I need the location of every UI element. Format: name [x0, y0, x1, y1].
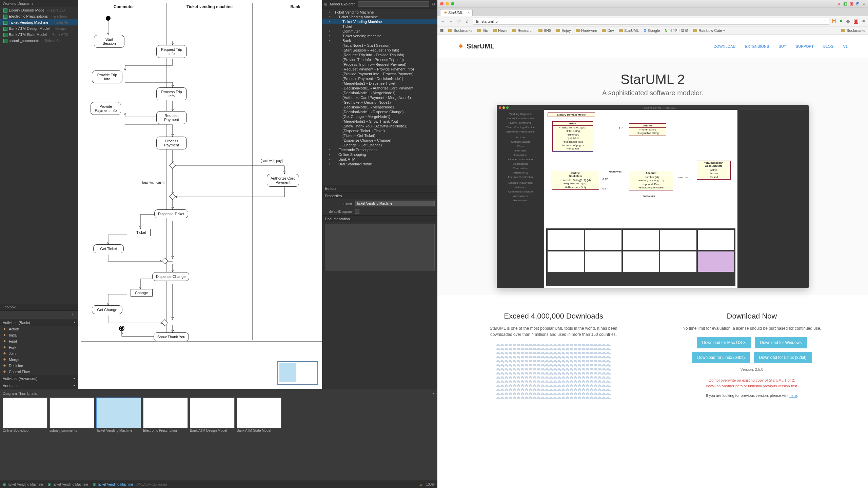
- minimize-icon[interactable]: [446, 2, 449, 5]
- tree-item[interactable]: (Authorize Card Payment→MergeNode1): [322, 95, 437, 100]
- ext-icon[interactable]: ▣: [850, 1, 853, 6]
- node-dispense-ticket[interactable]: Dispense Ticket: [154, 209, 188, 218]
- toolbox-item[interactable]: Join: [0, 350, 78, 357]
- tree-item[interactable]: (InitialNode1→Start Session): [322, 43, 437, 48]
- tree-item[interactable]: Bank: [322, 38, 437, 43]
- tree-item[interactable]: (Dispense Ticket→Ticket): [322, 128, 437, 133]
- tree-item[interactable]: Ticket Vending Machine: [322, 10, 437, 15]
- tree-item[interactable]: (DecisionNode1→Authorize Card Payment): [322, 86, 437, 90]
- working-diagram-item[interactable]: Bank ATM State Model— Bank ATM: [0, 32, 78, 38]
- decision-node-1[interactable]: [169, 162, 176, 169]
- diagram-thumbnail[interactable]: Bank ATM Design Model: [190, 398, 235, 433]
- bookmark-item[interactable]: GGoogle: [644, 28, 660, 33]
- bookmark-item[interactable]: News: [493, 28, 508, 33]
- working-diagram-item[interactable]: submit_comments— Submit Co: [0, 38, 78, 44]
- bookmark-item[interactable]: Research: [512, 28, 533, 33]
- bookmark-item[interactable]: StarUML: [619, 28, 639, 33]
- node-request-trip-info[interactable]: Request Trip Info: [156, 45, 187, 58]
- nav-link[interactable]: EXTENSIONS: [745, 44, 769, 48]
- maximize-icon[interactable]: [451, 2, 454, 5]
- node-get-change[interactable]: Get Change: [92, 305, 122, 314]
- node-dispense-change[interactable]: Dispense Change: [152, 272, 189, 281]
- tree-item[interactable]: Ticket: [322, 24, 437, 29]
- diagram-thumbnail[interactable]: Bank ATM State Model: [237, 398, 281, 433]
- tree-item[interactable]: (Request Payment→Provide Payment Info): [322, 67, 437, 72]
- tree-item[interactable]: UMLStandardProfile: [322, 162, 437, 166]
- nav-link[interactable]: BUY: [778, 44, 786, 48]
- tree-item[interactable]: Online Shopping: [322, 152, 437, 157]
- prop-name-input[interactable]: [355, 201, 435, 206]
- bookmark-item[interactable]: Etc: [477, 28, 488, 33]
- download-button[interactable]: Download for Linux (64bit): [692, 352, 750, 363]
- url-input[interactable]: 🗎 staruml.io ☆: [473, 18, 829, 25]
- toolbox-item[interactable]: Merge: [0, 357, 78, 363]
- toolbox-item[interactable]: Fork: [0, 344, 78, 350]
- statusbar-tab[interactable]: ▣Ticket Vending Machine: UMLActivityDiag…: [93, 483, 167, 486]
- nav-link[interactable]: DOWNLOAD: [714, 44, 736, 48]
- diagram-thumbnail[interactable]: Online Bookshop: [3, 398, 47, 433]
- node-process-payment[interactable]: Process Payment: [156, 137, 187, 149]
- working-diagram-item[interactable]: Ticket Vending Machine— Ticket Ve: [0, 19, 78, 25]
- documentation-section[interactable]: Documentation: [322, 215, 437, 222]
- bookmark-item[interactable]: Dev: [602, 28, 614, 33]
- tree-item[interactable]: Bank ATM: [322, 157, 437, 162]
- bookmark-item[interactable]: N네이버 블로: [665, 28, 688, 33]
- tree-item[interactable]: (Get Change→MergeNode1): [322, 114, 437, 119]
- minimap[interactable]: [277, 361, 318, 385]
- download-button[interactable]: Download for Linux (32bit): [754, 352, 812, 363]
- diagram-canvas[interactable]: Commuter Ticket vending machine Bank: [78, 0, 322, 389]
- tree-item[interactable]: (Get Ticket→DecisionNode1): [322, 100, 437, 105]
- working-diagram-item[interactable]: Bank ATM Design Model— Design: [0, 25, 78, 32]
- toolbox-section[interactable]: Activities (Basic)▾: [0, 319, 78, 326]
- bookmarks-menu[interactable]: Bookmarks: [841, 28, 865, 33]
- merge-node-2[interactable]: [161, 319, 168, 326]
- close-icon[interactable]: [440, 2, 443, 5]
- merge-node-1[interactable]: [169, 193, 176, 200]
- working-diagram-item[interactable]: Library Domain Model— Library D: [0, 7, 78, 13]
- apps-icon[interactable]: ▦: [440, 28, 443, 33]
- home-icon[interactable]: ⌂: [465, 19, 470, 24]
- tree-item[interactable]: (Dispense Change→Change): [322, 138, 437, 143]
- properties-section[interactable]: Properties: [322, 192, 437, 199]
- close-icon[interactable]: ×: [433, 391, 435, 395]
- bookmark-item[interactable]: Rainbow Cute ~: [693, 28, 725, 33]
- restore-icon[interactable]: ⊞: [324, 2, 327, 6]
- tree-item[interactable]: (MergeNode1→Dispense Ticket): [322, 81, 437, 86]
- node-start-session[interactable]: Start Session: [94, 35, 124, 48]
- prop-defaultdiagram-checkbox[interactable]: [355, 209, 359, 214]
- tree-item[interactable]: (Process Trip Info→Request Payment): [322, 62, 437, 67]
- statusbar-tab[interactable]: ▣Ticket Vending Machine: [3, 483, 43, 486]
- browser-tab[interactable]: ★ StarUML ×: [440, 9, 473, 16]
- model-explorer-search[interactable]: [358, 1, 429, 7]
- nav-link[interactable]: SUPPORT: [796, 44, 814, 48]
- final-node[interactable]: [119, 326, 124, 331]
- bookmark-item[interactable]: SNS: [538, 28, 552, 33]
- tree-item[interactable]: (Request Trip Info→Provide Trip Info): [322, 53, 437, 57]
- node-request-payment[interactable]: Request Payment: [156, 111, 187, 124]
- toolbox-item[interactable]: Initial: [0, 332, 78, 338]
- working-diagram-item[interactable]: Electronic Prescriptions— Electroni: [0, 13, 78, 19]
- toolbox-item[interactable]: Final: [0, 338, 78, 344]
- here-link[interactable]: here: [789, 393, 797, 398]
- diagram-thumbnail[interactable]: Ticket Vending Machine: [96, 398, 141, 433]
- ext-icon[interactable]: ◆: [846, 18, 850, 24]
- ext-icon[interactable]: H: [832, 18, 836, 24]
- tree-item[interactable]: (DecisionNode1→Dispense Change): [322, 109, 437, 114]
- node-process-trip-info[interactable]: Process Trip Info: [156, 87, 187, 100]
- ext-icon[interactable]: ⛨: [856, 1, 860, 6]
- ext-icon[interactable]: ●: [862, 18, 865, 24]
- toolbox-item[interactable]: Decision: [0, 363, 78, 369]
- forward-icon[interactable]: →: [448, 19, 454, 24]
- toolbox-item[interactable]: Control Flow: [0, 369, 78, 375]
- reload-icon[interactable]: ⟳: [456, 19, 462, 24]
- documentation-textarea[interactable]: [325, 224, 435, 271]
- statusbar-tab[interactable]: ▣Ticket Vending Machine: [48, 483, 88, 486]
- tree-item[interactable]: (Show Thank You→ActivityFinalNode1): [322, 124, 437, 128]
- node-show-thank-you[interactable]: Show Thank You: [154, 332, 189, 341]
- toolbox-cursor-row[interactable]: ↖: [0, 311, 78, 319]
- tree-item[interactable]: Ticket vending machine: [322, 34, 437, 38]
- nav-link[interactable]: BLOG: [823, 44, 834, 48]
- swimlane-tvm[interactable]: Ticket vending machine: [167, 3, 253, 11]
- star-icon[interactable]: ☆: [823, 19, 826, 23]
- close-tab-icon[interactable]: ×: [468, 11, 470, 15]
